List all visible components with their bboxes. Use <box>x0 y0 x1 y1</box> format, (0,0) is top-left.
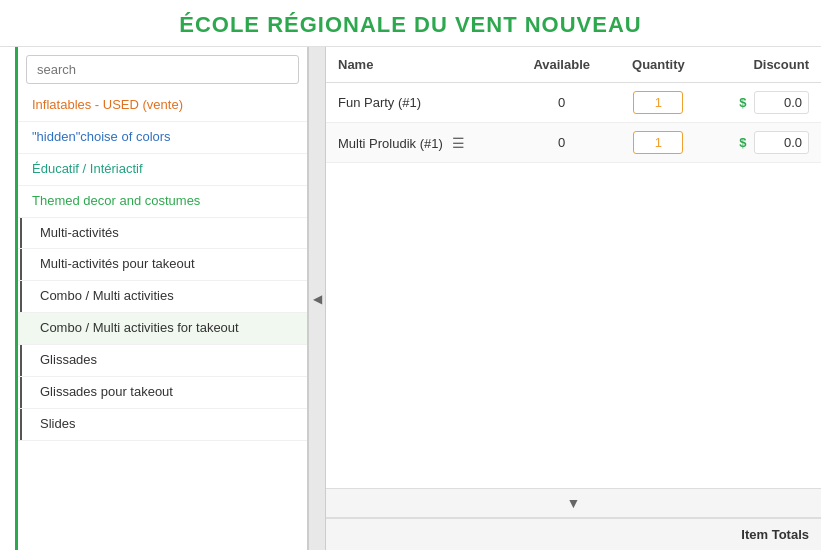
search-container <box>18 47 307 90</box>
row-name-multi-proludik: Multi Proludik (#1) ☰ <box>326 123 512 163</box>
col-header-quantity: Quantity <box>611 47 705 83</box>
table-scroll-footer: ▼ <box>326 488 821 517</box>
col-header-name: Name <box>326 47 512 83</box>
discount-input-fun-party[interactable] <box>754 91 809 114</box>
dollar-sign-multi-proludik: $ <box>739 135 746 150</box>
quantity-input-fun-party[interactable] <box>633 91 683 114</box>
col-header-discount: Discount <box>706 47 821 83</box>
sidebar-item-educatif[interactable]: Éducatif / Intériactif <box>18 154 307 186</box>
sidebar-item-hidden-colors[interactable]: "hidden"choise of colors <box>18 122 307 154</box>
app-header: ÉCOLE RÉGIONALE DU VENT NOUVEAU <box>0 0 821 47</box>
table-row: Fun Party (#1) 0 $ <box>326 83 821 123</box>
sidebar-divider: ◀ <box>308 47 326 550</box>
sidebar-item-themed-decor[interactable]: Themed decor and costumes <box>18 186 307 218</box>
table-row: Multi Proludik (#1) ☰ 0 $ <box>326 123 821 163</box>
item-totals-label: Item Totals <box>741 527 809 542</box>
sidebar-item-combo-multi-takeout[interactable]: Combo / Multi activities for takeout <box>18 313 307 345</box>
sidebar: Inflatables - USED (vente) "hidden"chois… <box>18 47 308 550</box>
sidebar-list[interactable]: Inflatables - USED (vente) "hidden"chois… <box>18 90 307 550</box>
bottom-bar: Item Totals <box>326 517 821 550</box>
detail-icon[interactable]: ☰ <box>452 135 465 151</box>
table-container[interactable]: Name Available Quantity Discount Fun Par… <box>326 47 821 488</box>
search-input[interactable] <box>26 55 299 84</box>
dollar-sign-fun-party: $ <box>739 95 746 110</box>
bracket-group-1: Multi-activités Multi-activités pour tak… <box>18 218 307 346</box>
bracket-group-2: Glissades Glissades pour takeout Slides <box>18 345 307 441</box>
sidebar-item-glissades-takeout[interactable]: Glissades pour takeout <box>18 377 307 409</box>
sidebar-item-inflatables[interactable]: Inflatables - USED (vente) <box>18 90 307 122</box>
left-edge-bar <box>0 47 18 550</box>
sidebar-item-multi-activites[interactable]: Multi-activités <box>18 218 307 250</box>
items-table: Name Available Quantity Discount Fun Par… <box>326 47 821 163</box>
row-quantity-fun-party <box>611 83 705 123</box>
row-discount-fun-party: $ <box>706 83 821 123</box>
app-title: ÉCOLE RÉGIONALE DU VENT NOUVEAU <box>179 12 641 37</box>
col-header-available: Available <box>512 47 611 83</box>
quantity-input-multi-proludik[interactable] <box>633 131 683 154</box>
sidebar-item-combo-multi[interactable]: Combo / Multi activities <box>18 281 307 313</box>
scroll-down-icon: ▼ <box>567 495 581 511</box>
row-available-fun-party: 0 <box>512 83 611 123</box>
row-quantity-multi-proludik <box>611 123 705 163</box>
row-available-multi-proludik: 0 <box>512 123 611 163</box>
sidebar-item-multi-activites-takeout[interactable]: Multi-activités pour takeout <box>18 249 307 281</box>
main-content: Inflatables - USED (vente) "hidden"chois… <box>0 47 821 550</box>
table-header-row: Name Available Quantity Discount <box>326 47 821 83</box>
row-name-fun-party: Fun Party (#1) <box>326 83 512 123</box>
discount-input-multi-proludik[interactable] <box>754 131 809 154</box>
content-area: Name Available Quantity Discount Fun Par… <box>326 47 821 550</box>
sidebar-item-glissades[interactable]: Glissades <box>18 345 307 377</box>
sidebar-item-slides[interactable]: Slides <box>18 409 307 441</box>
row-discount-multi-proludik: $ <box>706 123 821 163</box>
collapse-sidebar-button[interactable]: ◀ <box>313 292 322 306</box>
